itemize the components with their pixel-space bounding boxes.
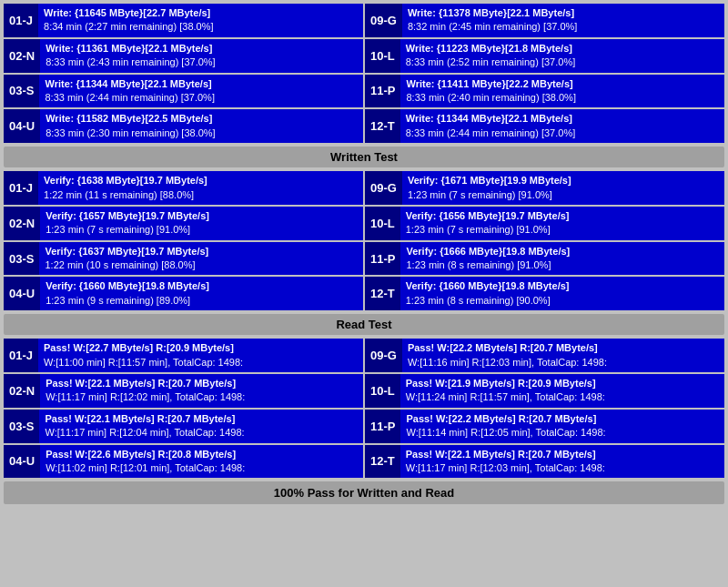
cell-04u: 04-U Verify: {1660 MByte}[19.8 MByte/s] …	[4, 277, 363, 310]
cell-12t: 12-T Pass! W:[22.1 MByte/s] R:[20.7 MByt…	[365, 445, 724, 479]
cell-content: Write: {11582 MByte}[22.5 MByte/s] 8:33 …	[40, 109, 363, 143]
cell-02n: 02-N Verify: {1657 MByte}[19.7 MByte/s] …	[4, 207, 363, 240]
line1: Pass! W:[22.2 MByte/s] R:[20.7 MByte/s]	[408, 341, 719, 355]
line2: 1:23 min (7 s remaining) [91.0%]	[46, 223, 358, 237]
device-label: 09-G	[365, 4, 402, 37]
line1: Verify: {1671 MByte}[19.9 MByte/s]	[408, 174, 719, 187]
line2: 8:34 min (2:27 min remaining) [38.0%]	[44, 20, 358, 34]
device-label: 04-U	[4, 277, 40, 310]
line1: Pass! W:[22.7 MByte/s] R:[20.9 MByte/s]	[44, 341, 358, 355]
device-label: 11-P	[365, 410, 400, 443]
line1: Write: {11645 MByte}[22.7 MByte/s]	[44, 6, 358, 20]
line1: Verify: {1660 MByte}[19.8 MByte/s]	[406, 279, 719, 293]
device-label: 03-S	[4, 242, 39, 276]
device-label: 03-S	[4, 410, 39, 443]
cell-03s: 03-S Pass! W:[22.1 MByte/s] R:[20.7 MByt…	[4, 410, 363, 443]
status-bar: 100% Pass for Written and Read	[4, 481, 724, 504]
line1: Verify: {1666 MByte}[19.8 MByte/s]	[406, 245, 719, 258]
cell-content: Pass! W:[22.1 MByte/s] R:[20.7 MByte/s] …	[39, 410, 363, 443]
cell-content: Write: {11645 MByte}[22.7 MByte/s] 8:34 …	[38, 4, 363, 37]
line2: W:[11:02 min] R:[12:01 min], TotalCap: 1…	[46, 461, 358, 475]
cell-content: Write: {11223 MByte}[21.8 MByte/s] 8:33 …	[400, 39, 724, 73]
device-label: 01-J	[4, 339, 38, 372]
line2: 1:22 min (11 s remaining) [88.0%]	[44, 188, 358, 202]
cell-content: Write: {11344 MByte}[22.1 MByte/s] 8:33 …	[39, 75, 363, 108]
line1: Verify: {1657 MByte}[19.7 MByte/s]	[46, 209, 358, 223]
line2: 8:33 min (2:43 min remaining) [37.0%]	[46, 56, 358, 69]
write-section: 01-J Write: {11645 MByte}[22.7 MByte/s] …	[4, 4, 724, 167]
line1: Pass! W:[21.9 MByte/s] R:[20.9 MByte/s]	[406, 377, 719, 390]
cell-content: Pass! W:[22.2 MByte/s] R:[20.7 MByte/s] …	[400, 410, 724, 443]
cell-01j: 01-J Verify: {1638 MByte}[19.7 MByte/s] …	[4, 171, 363, 205]
line1: Verify: {1637 MByte}[19.7 MByte/s]	[45, 245, 358, 258]
cell-10l: 10-L Write: {11223 MByte}[21.8 MByte/s] …	[365, 39, 724, 73]
cell-content: Verify: {1657 MByte}[19.7 MByte/s] 1:23 …	[40, 207, 363, 240]
device-label: 02-N	[4, 39, 40, 73]
line2: 1:23 min (8 s remaining) [91.0%]	[406, 258, 719, 272]
line1: Write: {11378 MByte}[22.1 MByte/s]	[408, 6, 719, 20]
cell-content: Verify: {1666 MByte}[19.8 MByte/s] 1:23 …	[400, 242, 724, 276]
device-label: 12-T	[365, 445, 400, 479]
device-label: 01-J	[4, 171, 38, 205]
device-label: 12-T	[365, 277, 400, 310]
line2: 1:23 min (9 s remaining) [89.0%]	[46, 294, 358, 308]
cell-10l: 10-L Pass! W:[21.9 MByte/s] R:[20.9 MByt…	[365, 374, 724, 408]
cell-12t: 12-T Write: {11344 MByte}[22.1 MByte/s] …	[365, 109, 724, 143]
line2: 8:33 min (2:44 min remaining) [37.0%]	[45, 91, 358, 105]
cell-10l: 10-L Verify: {1656 MByte}[19.7 MByte/s] …	[365, 207, 724, 240]
cell-content: Verify: {1660 MByte}[19.8 MByte/s] 1:23 …	[400, 277, 724, 310]
cell-12t: 12-T Verify: {1660 MByte}[19.8 MByte/s] …	[365, 277, 724, 310]
device-label: 11-P	[365, 75, 400, 108]
cell-03s: 03-S Write: {11344 MByte}[22.1 MByte/s] …	[4, 75, 363, 108]
device-label: 12-T	[365, 109, 400, 143]
cell-04u: 04-U Pass! W:[22.6 MByte/s] R:[20.8 MByt…	[4, 445, 363, 479]
cell-09g: 09-G Write: {11378 MByte}[22.1 MByte/s] …	[365, 4, 724, 37]
cell-content: Verify: {1656 MByte}[19.7 MByte/s] 1:23 …	[400, 207, 724, 240]
read-section: 01-J Pass! W:[22.7 MByte/s] R:[20.9 MByt…	[4, 339, 724, 478]
cell-11p: 11-P Write: {11411 MByte}[22.2 MByte/s] …	[365, 75, 724, 108]
cell-09g: 09-G Pass! W:[22.2 MByte/s] R:[20.7 MByt…	[365, 339, 724, 372]
line1: Write: {11582 MByte}[22.5 MByte/s]	[46, 112, 358, 126]
cell-content: Pass! W:[22.6 MByte/s] R:[20.8 MByte/s] …	[40, 445, 363, 479]
line2: W:[11:17 min] R:[12:04 min], TotalCap: 1…	[45, 426, 358, 440]
line2: 1:23 min (7 s remaining) [91.0%]	[408, 188, 719, 202]
line2: W:[11:17 min] R:[12:02 min], TotalCap: 1…	[46, 390, 358, 404]
line2: 8:32 min (2:45 min remaining) [37.0%]	[408, 20, 719, 34]
line1: Verify: {1656 MByte}[19.7 MByte/s]	[406, 209, 719, 223]
device-label: 11-P	[365, 242, 400, 276]
cell-09g: 09-G Verify: {1671 MByte}[19.9 MByte/s] …	[365, 171, 724, 205]
cell-content: Pass! W:[22.1 MByte/s] R:[20.7 MByte/s] …	[40, 374, 363, 408]
line1: Pass! W:[22.1 MByte/s] R:[20.7 MByte/s]	[406, 448, 719, 461]
cell-content: Write: {11344 MByte}[22.1 MByte/s] 8:33 …	[400, 109, 724, 143]
cell-04u: 04-U Write: {11582 MByte}[22.5 MByte/s] …	[4, 109, 363, 143]
line1: Write: {11361 MByte}[22.1 MByte/s]	[46, 42, 358, 56]
cell-02n: 02-N Write: {11361 MByte}[22.1 MByte/s] …	[4, 39, 363, 73]
line1: Verify: {1660 MByte}[19.8 MByte/s]	[46, 279, 358, 293]
cell-01j: 01-J Pass! W:[22.7 MByte/s] R:[20.9 MByt…	[4, 339, 363, 372]
cell-content: Write: {11361 MByte}[22.1 MByte/s] 8:33 …	[40, 39, 363, 73]
device-label: 01-J	[4, 4, 38, 37]
device-label: 02-N	[4, 374, 40, 408]
read-test-header: Read Test	[4, 314, 724, 335]
cell-11p: 11-P Pass! W:[22.2 MByte/s] R:[20.7 MByt…	[365, 410, 724, 443]
device-label: 10-L	[365, 374, 400, 408]
device-label: 10-L	[365, 207, 400, 240]
written-test-header-1: Written Test	[4, 147, 724, 167]
line1: Verify: {1638 MByte}[19.7 MByte/s]	[44, 174, 358, 187]
line1: Pass! W:[22.1 MByte/s] R:[20.7 MByte/s]	[46, 377, 358, 390]
cell-content: Pass! W:[22.2 MByte/s] R:[20.7 MByte/s] …	[402, 339, 724, 372]
line1: Write: {11411 MByte}[22.2 MByte/s]	[406, 77, 719, 91]
cell-11p: 11-P Verify: {1666 MByte}[19.8 MByte/s] …	[365, 242, 724, 276]
line2: 8:33 min (2:44 min remaining) [37.0%]	[406, 127, 719, 140]
device-label: 09-G	[365, 339, 402, 372]
device-label: 04-U	[4, 445, 40, 479]
cell-content: Pass! W:[22.1 MByte/s] R:[20.7 MByte/s] …	[400, 445, 724, 479]
line2: 1:23 min (7 s remaining) [91.0%]	[406, 223, 719, 237]
line2: W:[11:16 min] R:[12:03 min], TotalCap: 1…	[408, 356, 719, 369]
line2: W:[11:14 min] R:[12:05 min], TotalCap: 1…	[406, 426, 719, 440]
line2: 1:23 min (8 s remaining) [90.0%]	[406, 294, 719, 308]
line1: Write: {11344 MByte}[22.1 MByte/s]	[45, 77, 358, 91]
cell-content: Verify: {1638 MByte}[19.7 MByte/s] 1:22 …	[38, 171, 363, 205]
line1: Pass! W:[22.2 MByte/s] R:[20.7 MByte/s]	[406, 412, 719, 426]
device-label: 09-G	[365, 171, 402, 205]
